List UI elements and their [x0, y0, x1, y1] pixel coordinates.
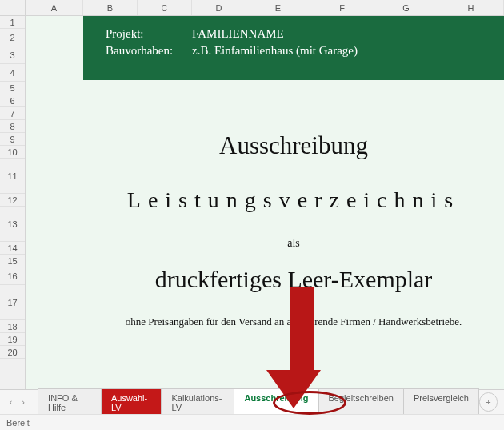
- add-sheet-button[interactable]: +: [479, 392, 498, 412]
- sheet-tab-begleitschreiben[interactable]: Begleitschreiben: [318, 388, 404, 416]
- title-ausschreibung: Ausschreibung: [83, 131, 504, 160]
- row-header[interactable]: 3: [0, 46, 25, 64]
- row-header[interactable]: 1: [0, 16, 25, 29]
- row-header[interactable]: 2: [0, 29, 25, 46]
- column-headers: A B C D E F G H: [26, 0, 504, 16]
- bauvorhaben-label: Bauvorhaben:: [106, 44, 192, 58]
- sheet-tab-info-hilfe[interactable]: INFO & Hilfe: [38, 388, 102, 416]
- select-all-corner[interactable]: [0, 0, 26, 16]
- status-ready: Bereit: [6, 418, 30, 428]
- row-header[interactable]: 16: [0, 267, 25, 285]
- sheet-canvas[interactable]: Projekt: FAMILIENNAME Bauvorhaben: z.B. …: [26, 16, 504, 389]
- row-header[interactable]: 7: [0, 107, 25, 120]
- row-header[interactable]: 5: [0, 82, 25, 94]
- project-header-block: Projekt: FAMILIENNAME Bauvorhaben: z.B. …: [83, 16, 504, 80]
- row-header[interactable]: 17: [0, 285, 25, 320]
- col-header[interactable]: H: [438, 0, 504, 15]
- col-header[interactable]: C: [138, 0, 192, 15]
- row-header[interactable]: 10: [0, 146, 25, 159]
- sheet-tab-kalkulations-lv[interactable]: Kalkulations-LV: [161, 388, 234, 416]
- row-header[interactable]: 15: [0, 255, 25, 267]
- row-header[interactable]: 11: [0, 159, 25, 194]
- col-header[interactable]: B: [83, 0, 138, 15]
- row-header[interactable]: 9: [0, 133, 25, 146]
- row-header[interactable]: 18: [0, 320, 25, 333]
- tab-nav-next[interactable]: ›: [17, 394, 29, 410]
- title-leer-exemplar: druckfertiges Leer-Exemplar: [83, 266, 504, 293]
- row-header[interactable]: 8: [0, 120, 25, 133]
- col-header[interactable]: G: [374, 0, 438, 15]
- subtitle-ohne-preisangaben: ohne Preisangaben für den Versand an aus…: [83, 315, 504, 328]
- row-header[interactable]: 19: [0, 333, 25, 346]
- sheet-tab-auswahl-lv[interactable]: Auswahl-LV: [101, 388, 162, 416]
- row-header[interactable]: 12: [0, 194, 25, 207]
- sheet-tab-bar: ‹ › INFO & HilfeAuswahl-LVKalkulations-L…: [0, 389, 504, 414]
- title-leistungsverzeichnis: Leistungsverzeichnis: [83, 187, 504, 213]
- col-header[interactable]: A: [26, 0, 83, 15]
- sheet-tab-ausschreibung[interactable]: Ausschreibung: [234, 388, 318, 416]
- word-als: als: [83, 237, 504, 250]
- row-header[interactable]: 4: [0, 64, 25, 82]
- row-headers: 1234567891011121314151617181920: [0, 0, 26, 389]
- bauvorhaben-value: z.B. Einfamilienhaus (mit Garage): [192, 44, 358, 58]
- projekt-label: Projekt:: [106, 27, 192, 41]
- col-header[interactable]: F: [310, 0, 374, 15]
- projekt-value: FAMILIENNAME: [192, 27, 284, 41]
- row-header[interactable]: 13: [0, 207, 25, 242]
- document-body: Ausschreibung Leistungsverzeichnis als d…: [83, 80, 504, 328]
- row-header[interactable]: 14: [0, 242, 25, 255]
- sheet-tab-preisvergleich[interactable]: Preisvergleich: [403, 388, 479, 416]
- row-header[interactable]: 6: [0, 94, 25, 107]
- tab-nav-prev[interactable]: ‹: [5, 394, 17, 410]
- col-header[interactable]: E: [246, 0, 310, 15]
- row-header[interactable]: 20: [0, 346, 25, 359]
- status-bar: Bereit: [0, 414, 504, 430]
- col-header[interactable]: D: [192, 0, 246, 15]
